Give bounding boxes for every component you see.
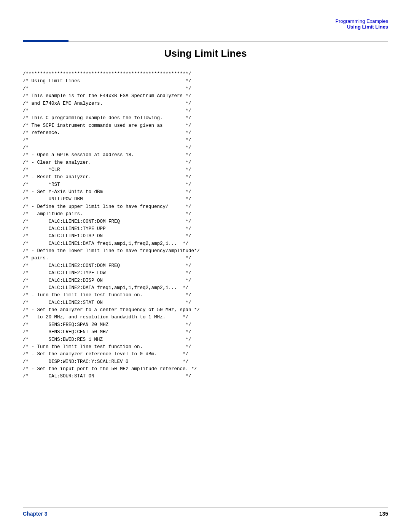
footer-chapter: Chapter 3 xyxy=(23,511,48,517)
breadcrumb-top: Programming Examples xyxy=(335,18,388,24)
breadcrumb-sub: Using Limit Lines xyxy=(335,24,388,30)
footer-page-number: 135 xyxy=(379,511,388,517)
top-rule-container xyxy=(23,40,388,42)
footer: Chapter 3 135 xyxy=(23,507,388,517)
page-container: Programming Examples Using Limit Lines U… xyxy=(0,0,411,532)
code-block: /***************************************… xyxy=(23,70,388,380)
header-nav: Programming Examples Using Limit Lines xyxy=(335,18,388,30)
horizontal-rule xyxy=(68,41,388,42)
blue-accent-bar xyxy=(23,40,68,42)
page-title: Using Limit Lines xyxy=(23,48,388,59)
